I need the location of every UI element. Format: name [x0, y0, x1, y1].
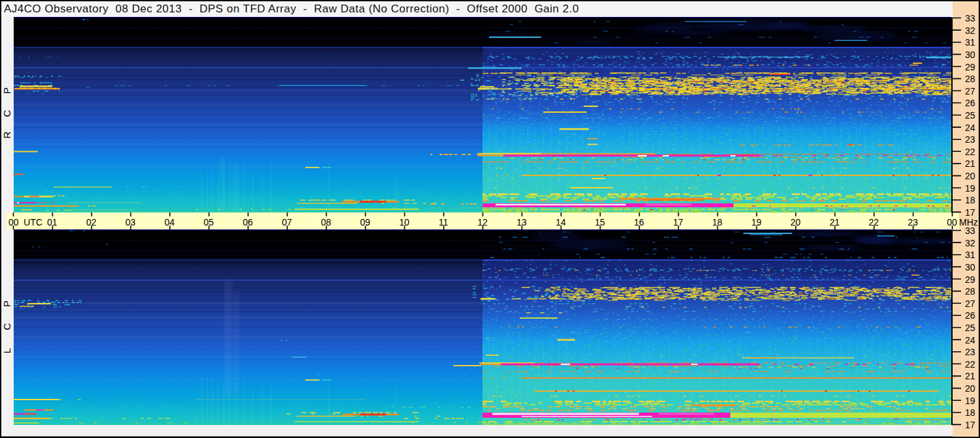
svg-text:14: 14 [556, 217, 566, 227]
svg-text:00 UTC: 00 UTC [8, 217, 42, 227]
svg-text:31: 31 [965, 250, 975, 260]
svg-text:21: 21 [965, 371, 975, 381]
svg-text:33: 33 [965, 13, 975, 23]
svg-text:31: 31 [965, 37, 975, 48]
svg-text:01: 01 [47, 217, 57, 227]
svg-text:P: P [1, 87, 12, 94]
svg-text:C: C [1, 323, 12, 330]
svg-text:03: 03 [125, 217, 136, 227]
svg-text:18: 18 [965, 195, 975, 205]
svg-text:P: P [1, 300, 12, 307]
svg-text:20: 20 [965, 383, 975, 394]
svg-text:C: C [1, 110, 12, 117]
svg-text:L: L [1, 348, 12, 353]
svg-text:17: 17 [673, 217, 683, 227]
svg-text:06: 06 [243, 217, 253, 227]
svg-text:26: 26 [965, 98, 975, 108]
svg-text:19: 19 [965, 396, 975, 406]
svg-text:23: 23 [965, 347, 975, 357]
svg-text:29: 29 [965, 62, 975, 72]
svg-text:32: 32 [965, 25, 975, 36]
svg-text:15: 15 [595, 217, 605, 227]
svg-text:21: 21 [829, 217, 840, 227]
svg-text:13: 13 [516, 217, 527, 227]
svg-text:16: 16 [634, 217, 644, 227]
svg-text:22: 22 [965, 147, 975, 157]
svg-text:28: 28 [965, 74, 975, 84]
svg-text:21: 21 [965, 158, 975, 169]
svg-text:33: 33 [965, 226, 975, 236]
svg-text:11: 11 [439, 217, 449, 227]
svg-text:17: 17 [965, 420, 975, 430]
svg-text:30: 30 [965, 262, 975, 272]
svg-text:04: 04 [164, 217, 175, 227]
svg-text:05: 05 [203, 217, 214, 227]
svg-text:02: 02 [86, 217, 97, 227]
svg-text:12: 12 [477, 217, 488, 227]
svg-text:24: 24 [965, 335, 975, 345]
svg-text:00: 00 [947, 217, 957, 227]
svg-text:26: 26 [965, 310, 975, 321]
svg-text:19: 19 [751, 217, 762, 227]
svg-text:22: 22 [965, 359, 975, 370]
svg-text:25: 25 [965, 110, 975, 121]
svg-text:32: 32 [965, 238, 975, 248]
svg-text:08: 08 [321, 217, 331, 227]
svg-text:24: 24 [965, 123, 975, 133]
svg-text:27: 27 [965, 299, 975, 309]
svg-text:18: 18 [965, 407, 975, 418]
svg-text:09: 09 [360, 217, 370, 227]
svg-text:27: 27 [965, 86, 975, 96]
svg-text:18: 18 [712, 217, 722, 227]
svg-text:10: 10 [399, 217, 409, 227]
svg-text:28: 28 [965, 286, 975, 297]
svg-text:22: 22 [869, 217, 879, 227]
svg-text:20: 20 [790, 217, 801, 227]
svg-text:R: R [1, 131, 12, 138]
svg-text:17: 17 [965, 207, 975, 218]
svg-text:07: 07 [282, 217, 292, 227]
svg-text:23: 23 [908, 217, 918, 227]
svg-text:20: 20 [965, 171, 975, 181]
svg-text:25: 25 [965, 323, 975, 333]
svg-text:AJ4CO Observatory 08 Dec 2013: AJ4CO Observatory 08 Dec 2013 - DPS on T… [4, 3, 579, 15]
svg-text:30: 30 [965, 50, 975, 60]
svg-text:23: 23 [965, 134, 975, 145]
svg-text:19: 19 [965, 183, 975, 194]
svg-text:29: 29 [965, 274, 975, 285]
